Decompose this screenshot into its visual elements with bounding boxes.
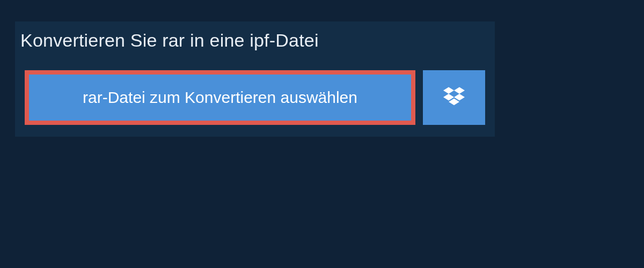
dropbox-icon: [443, 86, 465, 109]
select-file-label: rar-Datei zum Konvertieren auswählen: [83, 88, 357, 107]
converter-panel: Konvertieren Sie rar in eine ipf-Datei r…: [15, 21, 495, 137]
dropbox-button[interactable]: [423, 70, 485, 125]
heading-container: Konvertieren Sie rar in eine ipf-Datei: [15, 21, 332, 61]
svg-marker-0: [443, 87, 454, 94]
button-row: rar-Datei zum Konvertieren auswählen: [15, 61, 495, 137]
svg-marker-1: [454, 87, 465, 94]
page-title: Konvertieren Sie rar in eine ipf-Datei: [20, 30, 319, 51]
select-file-button[interactable]: rar-Datei zum Konvertieren auswählen: [25, 70, 415, 125]
